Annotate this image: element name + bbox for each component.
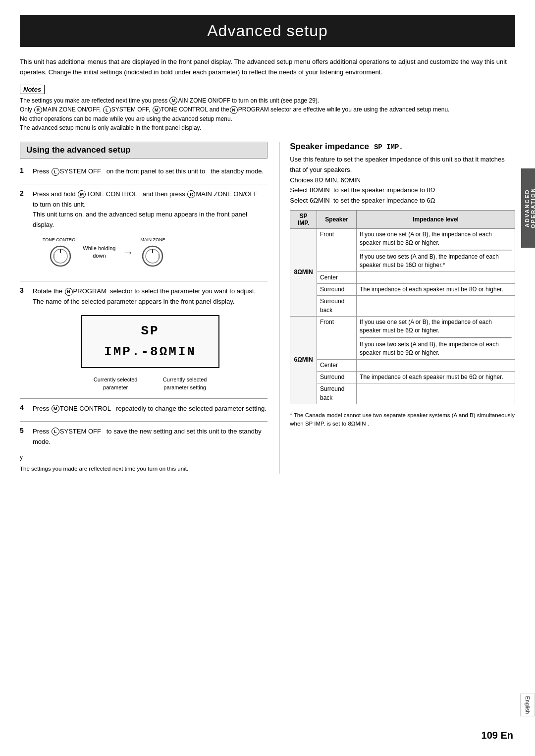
speaker-front-8: Front — [317, 228, 356, 271]
impedance-center-8 — [357, 271, 515, 283]
table-row: Center — [290, 359, 515, 371]
footnote-y: y — [20, 454, 268, 461]
program-icon-3: N — [65, 288, 73, 296]
table-header-speaker: Speaker — [317, 210, 356, 228]
speaker-center-8: Center — [317, 271, 356, 283]
tone-control-knob-wrap: TONE CONTROL — [43, 236, 78, 268]
main-zone-label: MAIN ZONE — [140, 236, 165, 243]
notes-content: The settings you make are reflected next… — [20, 96, 515, 133]
section-header-advanced: Using the advanced setup — [20, 142, 268, 159]
system-off-icon-5: L — [52, 428, 59, 435]
tone-control-label: TONE CONTROL — [43, 236, 78, 243]
main-zone-knob-wrap: MAIN ZONE — [140, 236, 165, 268]
page-title: Advanced setup — [20, 15, 515, 47]
table-row: 8ΩMIN Front If you use one set (A or B),… — [290, 228, 515, 271]
step-1-number: 1 — [20, 166, 29, 177]
footnote-text: The settings you made are reflected next… — [20, 465, 268, 473]
right-column: Speaker impedance SP IMP. Use this featu… — [279, 142, 515, 474]
table-row: Surround The impedance of each speaker m… — [290, 283, 515, 295]
step-5-number: 5 — [20, 427, 29, 447]
page-number: 109 En — [482, 730, 513, 741]
speaker-surround-back-6: Surround back — [317, 383, 356, 404]
sp-imp-code: SP IMP. — [374, 143, 403, 151]
step-4-content: Press MTONE CONTROL repeatedly to change… — [33, 404, 268, 414]
step-5: 5 Press LSYSTEM OFF to save the new sett… — [20, 427, 268, 447]
speaker-surround-back-8: Surround back — [317, 296, 356, 317]
step-5-content: Press LSYSTEM OFF to save the new settin… — [33, 427, 268, 447]
impedance-front-8: If you use one set (A or B), the impedan… — [357, 228, 515, 271]
table-row: Surround back — [290, 383, 515, 404]
step-4-number: 4 — [20, 404, 29, 414]
impedance-center-6 — [357, 359, 515, 371]
tone-control-icon-4: M — [52, 405, 59, 413]
notes-title: Notes — [20, 85, 45, 94]
sp-imp-desc: Use this feature to set the speaker impe… — [290, 155, 515, 206]
main-zone-icon-2: R — [187, 190, 195, 198]
main-content: Using the advanced setup 1 Press LSYSTEM… — [20, 142, 515, 474]
speaker-surround-6: Surround — [317, 372, 356, 383]
canada-note: * The Canada model cannot use two separa… — [290, 411, 515, 429]
tone-control-knob-icon — [49, 244, 72, 268]
table-header-sp-imp: SP IMP. — [290, 210, 317, 228]
table-row: Center — [290, 271, 515, 283]
notes-section: Notes The settings you make are reflecte… — [20, 85, 515, 133]
display-label-left: Currently selected parameter — [86, 376, 145, 391]
step-3: 3 Rotate the NPROGRAM selector to select… — [20, 286, 268, 391]
impedance-front-6: If you use one set (A or B), the impedan… — [357, 317, 515, 360]
step-3-content: Rotate the NPROGRAM selector to select t… — [33, 286, 268, 391]
tone-control-icon-2: M — [78, 190, 86, 198]
intro-text: This unit has additional menus that are … — [20, 57, 515, 78]
while-holding-label: While holdingdown — [83, 245, 115, 260]
impedance-surround-back-6 — [357, 383, 515, 404]
sp-imp-heading: Speaker impedance — [290, 142, 369, 152]
step-2-number: 2 — [20, 189, 29, 274]
display-label-right: Currently selected parameter setting — [155, 376, 214, 391]
speaker-front-6: Front — [317, 317, 356, 360]
step-2: 2 Press and hold MTONE CONTROL and then … — [20, 189, 268, 274]
arrow-icon: → — [122, 244, 133, 261]
table-row: Surround back — [290, 296, 515, 317]
table-row: Surround The impedance of each speaker m… — [290, 372, 515, 383]
display-labels: Currently selected parameter Currently s… — [81, 376, 219, 391]
speaker-surround-8: Surround — [317, 283, 356, 295]
step-1: 1 Press LSYSTEM OFF on the front panel t… — [20, 166, 268, 177]
system-off-icon-1: L — [52, 168, 59, 176]
m-icon: M — [153, 106, 160, 114]
impedance-6-header: 6ΩMIN — [290, 317, 317, 404]
speaker-center-6: Center — [317, 359, 356, 371]
impedance-surround-back-8 — [357, 296, 515, 317]
icon-row: TONE CONTROL While holdingdown → MAIN — [43, 236, 268, 268]
n-icon: N — [230, 106, 238, 114]
r-icon: R — [34, 106, 42, 114]
speaker-impedance-table: SP IMP. Speaker Impedance level 8ΩMIN Fr… — [290, 210, 515, 404]
impedance-surround-6: The impedance of each speaker must be 6Ω… — [357, 372, 515, 383]
l-icon: L — [103, 106, 111, 114]
table-row: 6ΩMIN Front If you use one set (A or B),… — [290, 317, 515, 360]
main-zone-icon: M — [169, 97, 177, 105]
language-tag: English — [520, 694, 535, 716]
step-3-number: 3 — [20, 286, 29, 391]
page: Advanced setup This unit has additional … — [0, 0, 535, 756]
display-box: SP IMP.-8ΩMIN — [81, 315, 219, 368]
left-column: Using the advanced setup 1 Press LSYSTEM… — [20, 142, 268, 474]
advanced-operation-sidebar: ADVANCED OPERATION — [521, 168, 535, 248]
step-4: 4 Press MTONE CONTROL repeatedly to chan… — [20, 404, 268, 414]
step-1-content: Press LSYSTEM OFF on the front panel to … — [33, 166, 268, 177]
impedance-surround-8: The impedance of each speaker must be 8Ω… — [357, 283, 515, 295]
impedance-8-header: 8ΩMIN — [290, 228, 317, 316]
step-2-content: Press and hold MTONE CONTROL and then pr… — [33, 189, 268, 274]
table-header-impedance-level: Impedance level — [357, 210, 515, 228]
main-zone-knob-icon — [141, 244, 164, 268]
